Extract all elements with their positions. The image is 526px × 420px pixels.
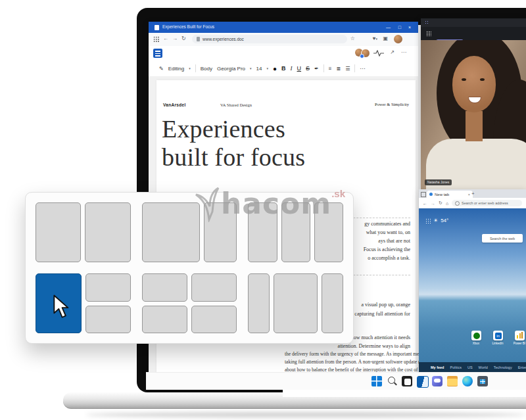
- snap-cell[interactable]: [142, 273, 187, 302]
- back-icon[interactable]: ←: [423, 201, 427, 206]
- doc-text-line: Focus is achieving the: [364, 246, 410, 252]
- apps-waffle-icon[interactable]: [153, 36, 159, 42]
- tile-xbox[interactable]: [471, 331, 481, 340]
- snap-cell[interactable]: [85, 202, 130, 262]
- close-button[interactable]: ×: [408, 24, 411, 30]
- snap-option-half-plus-stack[interactable]: [36, 273, 131, 333]
- snap-option-center-large[interactable]: [248, 273, 343, 333]
- start-icon[interactable]: [371, 376, 382, 386]
- weather-widget[interactable]: ☀ 54°: [425, 218, 448, 223]
- new-tab-button[interactable]: +: [471, 191, 475, 197]
- window-menu-icon[interactable]: [421, 192, 426, 197]
- maximize-button[interactable]: □: [398, 24, 401, 30]
- snap-cell[interactable]: [191, 273, 237, 302]
- font-size-select[interactable]: 14: [256, 66, 262, 72]
- minimize-button[interactable]: —: [386, 24, 391, 30]
- underline-button[interactable]: U: [297, 65, 302, 72]
- refresh-icon[interactable]: ↻: [439, 200, 442, 206]
- nav-politics[interactable]: Politics: [450, 365, 461, 369]
- chevron-down-icon[interactable]: ▾: [250, 66, 252, 70]
- page-waffle-icon[interactable]: [425, 218, 431, 223]
- style-select[interactable]: Body: [201, 66, 212, 72]
- edge-address-bar[interactable]: Search or enter web address: [452, 200, 522, 206]
- nav-my-feed[interactable]: My feed: [431, 365, 444, 369]
- call-menu-icon[interactable]: [425, 20, 429, 25]
- chevron-down-icon[interactable]: ▾: [189, 66, 191, 70]
- tab-label[interactable]: New tab: [435, 193, 466, 197]
- snap-cell[interactable]: [248, 202, 277, 262]
- font-select[interactable]: Georgia Pro: [217, 66, 245, 72]
- snap-cell[interactable]: [85, 273, 130, 302]
- address-bar[interactable]: www.experiences.doc: [192, 35, 347, 43]
- profile-avatar[interactable]: [394, 35, 402, 43]
- address-url[interactable]: www.experiences.doc: [203, 37, 244, 41]
- tile-label: LinkedIn: [489, 342, 506, 345]
- nav-us[interactable]: US: [467, 365, 473, 369]
- search-icon[interactable]: [388, 377, 395, 384]
- nav-world[interactable]: World: [479, 365, 488, 369]
- share-icon[interactable]: ↗: [390, 49, 394, 56]
- chevron-down-icon[interactable]: ▾: [266, 66, 268, 70]
- toolbar-divider: [323, 64, 324, 72]
- toolbar-more-icon[interactable]: ⋯: [360, 66, 365, 72]
- call-titlebar[interactable]: [421, 18, 526, 27]
- numbered-list-icon[interactable]: ≣: [336, 66, 341, 72]
- snap-cell[interactable]: [85, 306, 130, 334]
- sun-icon: ☀: [433, 218, 438, 223]
- tab-close-icon[interactable]: ×: [468, 193, 470, 197]
- extensions-icon[interactable]: ▣: [383, 35, 388, 42]
- gallery-grid-icon[interactable]: [426, 31, 431, 36]
- participant-eye: [462, 78, 466, 81]
- nav-technology[interactable]: Technology: [494, 365, 512, 369]
- snap-cell[interactable]: [36, 202, 81, 262]
- editing-mode-button[interactable]: Editing: [168, 66, 184, 72]
- word-app-icon[interactable]: [153, 49, 162, 58]
- ink-pen-icon[interactable]: ✒: [314, 66, 319, 72]
- forward-icon[interactable]: →: [431, 201, 435, 206]
- snap-option-wide-left[interactable]: [142, 202, 237, 262]
- bullet-list-icon[interactable]: ≡: [329, 66, 332, 72]
- store-icon[interactable]: [477, 376, 488, 386]
- widgets-icon[interactable]: [417, 376, 429, 388]
- strikethrough-button[interactable]: S: [306, 65, 310, 72]
- edge-active-tab[interactable]: New tab ×: [427, 191, 473, 198]
- activity-pulse-icon[interactable]: [373, 50, 384, 57]
- refresh-icon[interactable]: ↻: [181, 35, 186, 42]
- snap-cell[interactable]: [142, 202, 201, 262]
- snap-cell[interactable]: [322, 273, 343, 333]
- more-options-icon[interactable]: ⋯: [401, 49, 406, 56]
- font-color-swatch[interactable]: ●: [273, 65, 277, 72]
- italic-button[interactable]: I: [291, 65, 293, 72]
- browser-essentials-icon[interactable]: ♥▾: [373, 35, 377, 42]
- doc-text-line: ays that are not: [378, 238, 410, 244]
- snap-cell[interactable]: [204, 202, 237, 262]
- snap-option-three-columns[interactable]: [248, 202, 343, 262]
- participant-neck: [466, 111, 483, 141]
- back-icon[interactable]: ←: [163, 35, 168, 42]
- tile-linkedin[interactable]: in: [493, 331, 503, 340]
- snap-option-quadrants[interactable]: [142, 273, 237, 333]
- snap-cell[interactable]: [191, 306, 237, 334]
- snap-cell[interactable]: [281, 202, 310, 262]
- nav-entertainment[interactable]: Entertainment: [518, 365, 526, 369]
- web-search-box[interactable]: Search the web: [482, 234, 523, 243]
- edge-icon[interactable]: [462, 376, 473, 386]
- forward-icon[interactable]: →: [172, 35, 178, 42]
- favorites-star-icon[interactable]: ☆: [350, 35, 355, 42]
- word-titlebar[interactable]: Experiences Built for Focus — □ ×: [149, 22, 418, 33]
- snap-cell[interactable]: [314, 202, 343, 262]
- snap-option-two-halves[interactable]: [36, 202, 131, 262]
- snap-cell[interactable]: [248, 273, 270, 333]
- teams-chat-icon[interactable]: [432, 376, 442, 386]
- snap-cell[interactable]: [274, 273, 318, 333]
- tile-powerbi[interactable]: [515, 331, 525, 340]
- bold-button[interactable]: B: [281, 65, 286, 72]
- edge-tabstrip: New tab × +: [419, 189, 526, 198]
- align-icon[interactable]: ☰: [345, 66, 350, 72]
- word-tab-title[interactable]: Experiences Built for Focus: [162, 24, 214, 29]
- snap-cell[interactable]: [142, 306, 187, 334]
- home-icon[interactable]: ⌂: [446, 201, 448, 206]
- file-explorer-icon[interactable]: [447, 376, 458, 386]
- task-view-icon[interactable]: [402, 376, 412, 386]
- document-tagline: Power & Simplicity: [375, 102, 409, 106]
